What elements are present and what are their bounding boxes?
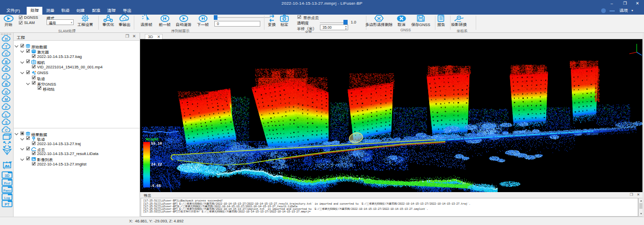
svg-text:3D: 3D	[5, 173, 9, 177]
svg-text:L: L	[5, 113, 8, 117]
svg-text:G: G	[5, 90, 8, 94]
svg-text:I: I	[6, 75, 7, 79]
svg-text:Pano: Pano	[3, 188, 11, 192]
svg-text:Log: Log	[4, 196, 10, 199]
svg-text:R: R	[5, 67, 7, 71]
svg-text:F: F	[5, 105, 8, 109]
svg-text:B: B	[5, 82, 7, 86]
svg-text:H: H	[5, 37, 7, 41]
svg-text:C: C	[5, 52, 7, 56]
svg-text:B: B	[5, 60, 7, 64]
svg-text:M: M	[5, 98, 8, 101]
svg-text:S: S	[5, 121, 8, 124]
svg-text:C: C	[5, 128, 7, 132]
svg-text:Prof: Prof	[4, 181, 10, 184]
svg-text:PT: PT	[5, 203, 10, 206]
svg-text:T: T	[5, 45, 8, 49]
